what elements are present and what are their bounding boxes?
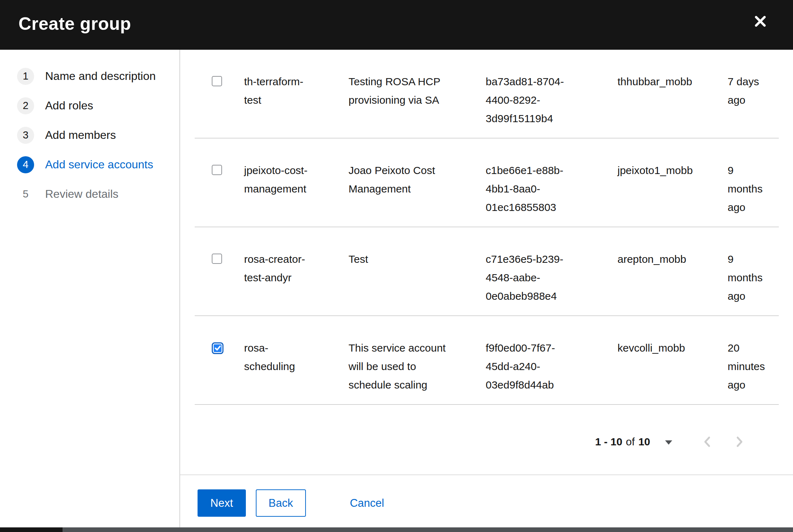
- check-icon: [214, 344, 221, 352]
- chevron-left-icon: [702, 435, 713, 449]
- step-label: Add roles: [45, 99, 93, 112]
- wizard-body: 1 Name and description 2 Add roles 3 Add…: [0, 50, 793, 527]
- time-created-cell: 9 months ago: [728, 161, 779, 217]
- wizard-footer: Next Back Cancel: [180, 474, 793, 527]
- row-checkbox[interactable]: [212, 165, 222, 175]
- client-id-cell: ba73ad81-8704-4400-8292-3d99f15119b4: [486, 72, 617, 128]
- create-group-wizard: Create group 1 Name and description 2: [0, 0, 793, 532]
- checkbox-cell: [195, 250, 244, 305]
- step-label: Add service accounts: [45, 158, 153, 171]
- description-cell: This service account will be used to sch…: [349, 339, 486, 394]
- time-created-cell: 9 months ago: [728, 250, 779, 305]
- wizard-sidebar: 1 Name and description 2 Add roles 3 Add…: [0, 50, 180, 527]
- owner-cell: kevcolli_mobb: [617, 339, 728, 394]
- chevron-right-icon: [734, 435, 745, 449]
- pagination: 1 - 10 of 10: [180, 428, 793, 456]
- description-cell: Testing ROSA HCP provisioning via SA: [349, 72, 486, 128]
- table-row: th-terraform-test Testing ROSA HCP provi…: [195, 50, 779, 139]
- horizontal-scrollbar[interactable]: [0, 527, 793, 532]
- row-checkbox[interactable]: [212, 254, 222, 264]
- page-title: Create group: [18, 13, 131, 34]
- wizard-step[interactable]: 1 Name and description: [0, 61, 179, 91]
- step-label: Add members: [45, 129, 116, 142]
- checkbox-cell: [195, 339, 244, 394]
- wizard-step[interactable]: 4 Add service accounts: [0, 150, 179, 179]
- spacer: [180, 456, 793, 474]
- pagination-range: 1 - 10: [595, 436, 622, 448]
- wizard-main-panel: th-terraform-test Testing ROSA HCP provi…: [180, 50, 793, 527]
- name-cell: rosa-scheduling: [244, 339, 349, 394]
- next-button[interactable]: Next: [198, 489, 246, 517]
- pagination-total: 10: [638, 436, 650, 448]
- row-checkbox[interactable]: [212, 76, 222, 86]
- table-row: rosa-creator-test-andyr Test c71e36e5-b2…: [195, 227, 779, 316]
- wizard-step[interactable]: 3 Add members: [0, 120, 179, 150]
- back-button[interactable]: Back: [256, 489, 306, 517]
- step-number-badge: 1: [17, 68, 34, 85]
- client-id-cell: c1be66e1-e88b-4bb1-8aa0-01ec16855803: [486, 161, 617, 217]
- time-created-cell: 20 minutes ago: [728, 339, 779, 394]
- client-id-cell: c71e36e5-b239-4548-aabe-0e0abeb988e4: [486, 250, 617, 305]
- checkbox-cell: [195, 161, 244, 217]
- name-cell: jpeixoto-cost-management: [244, 161, 349, 217]
- owner-cell: jpeixoto1_mobb: [617, 161, 728, 217]
- step-label: Review details: [45, 188, 118, 201]
- name-cell: th-terraform-test: [244, 72, 349, 128]
- wizard-steps-nav: 1 Name and description 2 Add roles 3 Add…: [0, 50, 179, 209]
- pagination-of-label: of: [626, 436, 635, 448]
- close-button[interactable]: [750, 11, 771, 32]
- cancel-button[interactable]: Cancel: [350, 497, 384, 510]
- wizard-step[interactable]: 5 Review details: [0, 179, 179, 209]
- owner-cell: thhubbar_mobb: [617, 72, 728, 128]
- close-icon: [754, 15, 767, 28]
- owner-cell: arepton_mobb: [617, 250, 728, 305]
- wizard-step[interactable]: 2 Add roles: [0, 91, 179, 120]
- step-number-badge: 4: [17, 156, 34, 173]
- step-number-badge: 5: [17, 186, 34, 203]
- description-cell: Joao Peixoto Cost Management: [349, 161, 486, 217]
- row-checkbox[interactable]: [212, 342, 223, 354]
- description-cell: Test: [349, 250, 486, 305]
- checkbox-cell: [195, 72, 244, 128]
- caret-down-icon: [665, 440, 672, 445]
- pagination-prev-button[interactable]: [702, 435, 713, 449]
- step-number-badge: 3: [17, 127, 34, 144]
- step-number-badge: 2: [17, 97, 34, 114]
- time-created-cell: 7 days ago: [728, 72, 779, 128]
- pagination-menu-toggle[interactable]: 1 - 10 of 10: [595, 436, 672, 448]
- table-row: jpeixoto-cost-management Joao Peixoto Co…: [195, 139, 779, 227]
- table-row: rosa-scheduling This service account wil…: [195, 316, 779, 405]
- scrollbar-thumb[interactable]: [0, 527, 63, 532]
- step-label: Name and description: [45, 70, 156, 83]
- pagination-next-button[interactable]: [734, 435, 745, 449]
- service-accounts-table: th-terraform-test Testing ROSA HCP provi…: [195, 50, 779, 405]
- wizard-header: Create group: [0, 0, 793, 50]
- client-id-cell: f9f0ed00-7f67-45dd-a240-03ed9f8d44ab: [486, 339, 617, 394]
- name-cell: rosa-creator-test-andyr: [244, 250, 349, 305]
